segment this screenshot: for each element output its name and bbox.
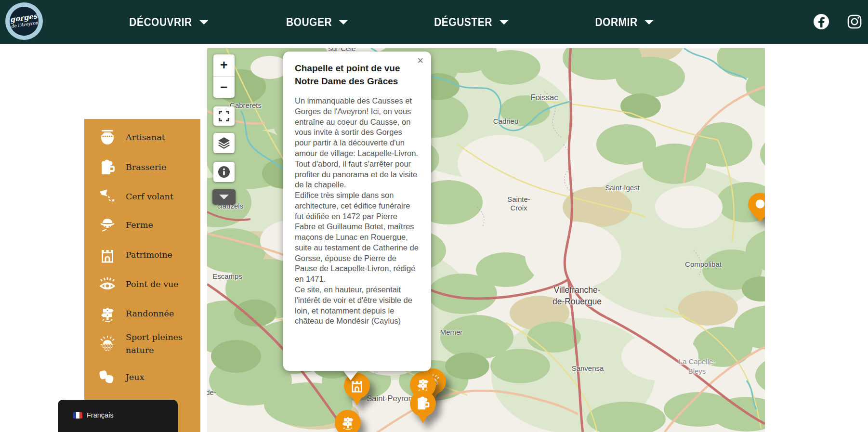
popup-paragraph: Ce site, en hauteur, présentait l'intérê… — [295, 285, 420, 327]
signpost-icon — [93, 300, 121, 328]
site-logo-badge: gorges de l'Aveyron — [8, 5, 40, 38]
category-label: Brasserie — [126, 161, 166, 174]
popup-pointer — [342, 370, 359, 380]
map-place-label: de- — [207, 388, 216, 396]
chevron-down-icon — [339, 20, 348, 25]
map-place-label: de-Rouergue — [552, 297, 602, 307]
category-patrimoine[interactable]: Patrimoine — [84, 241, 200, 269]
category-label: Point de vue — [126, 278, 179, 291]
category-cerf-volant[interactable]: Cerf volant — [84, 183, 200, 211]
map-canvas[interactable]: sur-Célé Cabrerets Foissac Galgan Cadrie… — [207, 48, 765, 432]
signpost-icon — [341, 416, 355, 430]
kite-icon — [93, 183, 121, 211]
chevron-down-icon — [500, 20, 508, 25]
category-sidebar: Artisanat Brasserie Cerf volant Ferme Pa… — [84, 119, 200, 432]
category-point-de-vue[interactable]: Point de vue — [84, 271, 200, 299]
category-jeux[interactable]: Jeux — [84, 364, 200, 392]
poi-popup: × Chapelle et point de vue Notre Dame de… — [283, 52, 431, 371]
facebook-icon[interactable] — [812, 13, 830, 31]
category-artisanat[interactable]: Artisanat — [84, 124, 200, 152]
pottery-icon — [93, 124, 121, 152]
nav-label: DÉGUSTER — [434, 15, 492, 29]
nav-label: DÉCOUVRIR — [129, 15, 192, 29]
map-place-label: Sanvensa — [572, 364, 604, 372]
category-randonnee[interactable]: Randonnée — [84, 300, 200, 328]
zoom-control: + − — [213, 54, 235, 98]
category-sport-pleine-nature[interactable]: Sport pleines nature — [84, 330, 200, 358]
category-label: Cerf volant — [126, 190, 173, 203]
beer-mug-icon — [416, 396, 430, 411]
dice-icon — [93, 364, 121, 392]
nav-item-deguster[interactable]: DÉGUSTER — [434, 0, 508, 44]
layers-button[interactable] — [213, 133, 235, 153]
language-switcher[interactable]: Français — [58, 400, 178, 432]
map-place-label: Saint-Igest — [605, 183, 640, 192]
popup-description: Un immanquable des Causses et Gorges de … — [295, 96, 420, 327]
close-icon[interactable]: × — [417, 55, 423, 66]
map-marker-brasserie[interactable] — [410, 391, 436, 423]
castle-icon — [350, 379, 364, 393]
category-label: Jeux — [126, 371, 145, 384]
page: gorges de l'Aveyron DÉCOUVRIR BOUGER DÉG… — [0, 0, 868, 432]
zoom-in-button[interactable]: + — [213, 54, 235, 76]
castle-icon — [93, 241, 121, 269]
beer-mug-icon — [93, 154, 121, 182]
map-place-label: Compolibat — [685, 260, 722, 268]
site-logo[interactable]: gorges de l'Aveyron — [5, 2, 43, 40]
category-ferme[interactable]: Ferme — [84, 211, 200, 239]
map-place-label: Memer — [440, 328, 463, 336]
chevron-down-icon — [199, 20, 208, 25]
map-place-label: Croix — [510, 204, 527, 212]
nav-label: BOUGER — [286, 15, 332, 29]
language-label: Français — [87, 411, 114, 419]
nav-item-dormir[interactable]: DORMIR — [595, 0, 653, 44]
layers-icon — [218, 137, 230, 149]
popup-paragraph: Un immanquable des Causses et Gorges de … — [295, 96, 420, 159]
farmer-icon — [93, 211, 121, 239]
nav-label: DORMIR — [595, 15, 637, 29]
map-place-label: Villefranche- — [554, 285, 601, 295]
nav-item-decouvrir[interactable]: DÉCOUVRIR — [129, 0, 208, 44]
map-place-label: Sainte- — [507, 195, 530, 203]
popup-paragraph: Edifice très simple dans son architectur… — [295, 190, 420, 285]
header: gorges de l'Aveyron DÉCOUVRIR BOUGER DÉG… — [0, 0, 868, 44]
sun-waves-icon — [93, 330, 121, 358]
instagram-icon[interactable] — [845, 13, 864, 31]
france-flag-icon — [73, 412, 82, 419]
nav-item-bouger[interactable]: BOUGER — [286, 0, 348, 44]
category-brasserie[interactable]: Brasserie — [84, 154, 200, 182]
map-marker-default[interactable] — [748, 193, 765, 223]
map-place-label: Escamps — [212, 272, 242, 280]
map-place-label: Bleys — [688, 367, 706, 375]
fullscreen-icon — [219, 111, 229, 121]
language-current: Français — [73, 411, 114, 419]
popup-title: Chapelle et point de vue Notre Dame des … — [295, 62, 420, 88]
map-place-label: La Capelle- — [679, 357, 716, 366]
default-pin-icon — [748, 193, 765, 222]
signpost-icon — [416, 378, 430, 392]
info-icon — [218, 166, 230, 178]
map-marker-randonnee-2[interactable] — [335, 410, 361, 432]
category-label: Ferme — [126, 219, 153, 232]
map-place-label: Foissac — [531, 93, 558, 102]
category-label: Patrimoine — [126, 249, 172, 262]
zoom-out-button[interactable]: − — [213, 77, 235, 98]
popup-paragraph: Tout d'abord, il faut s'arrêter pour pro… — [295, 159, 420, 190]
chevron-down-icon — [645, 20, 654, 25]
category-label: Artisanat — [126, 131, 165, 144]
category-label: Randonnée — [126, 307, 174, 320]
popup-body: Chapelle et point de vue Notre Dame des … — [283, 52, 431, 361]
category-label: Sport pleines nature — [126, 331, 188, 357]
fullscreen-button[interactable] — [213, 106, 235, 126]
chevron-down-icon — [219, 195, 229, 199]
map-place-label: Cadrieu — [493, 117, 519, 125]
collapse-panel-button[interactable] — [212, 189, 236, 205]
eye-icon — [93, 271, 121, 299]
info-button[interactable] — [213, 162, 235, 182]
